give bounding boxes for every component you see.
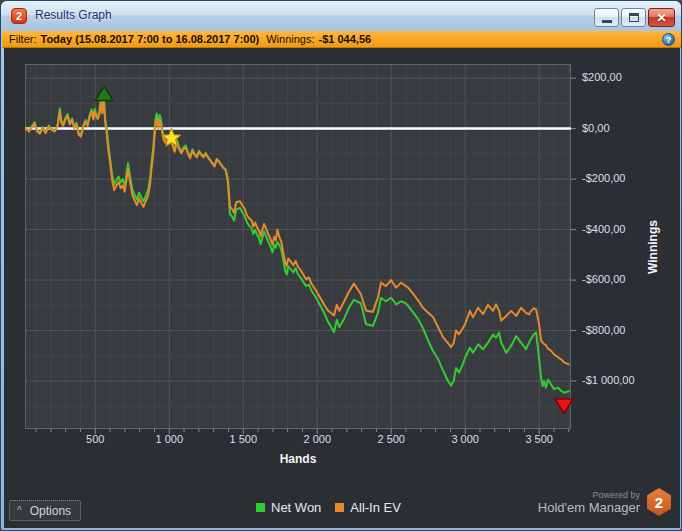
y-tick-label: -$400,00 [582, 223, 625, 235]
winnings-value: -$1 044,56 [319, 33, 372, 45]
holdem-manager-text: Hold'em Manager [538, 500, 640, 515]
x-tick-label: 2 000 [303, 433, 331, 445]
y-axis-tick-labels: $200,00$0,00-$200,00-$400,00-$600,00-$80… [579, 64, 651, 429]
hm2-app-icon: 2 [11, 8, 27, 24]
filter-label: Filter: [9, 33, 37, 45]
y-tick-label: -$200,00 [582, 172, 625, 184]
x-axis-title: Hands [25, 452, 571, 466]
legend-label-all-in-ev: All-In EV [350, 500, 401, 515]
help-icon[interactable]: ? [662, 33, 675, 46]
y-tick-label: $200,00 [582, 71, 622, 83]
x-tick-label: 2 500 [377, 433, 405, 445]
powered-by-text: Powered by [592, 490, 640, 500]
chart-legend: Net Won All-In EV [256, 500, 401, 515]
results-graph-canvas [25, 64, 577, 435]
minimize-button[interactable] [594, 8, 619, 27]
close-icon: ✕ [656, 12, 666, 24]
y-tick-label: -$1 000,00 [582, 374, 635, 386]
x-tick-label: 3 500 [525, 433, 553, 445]
window-title: Results Graph [35, 8, 112, 22]
x-axis-tick-labels: 5001 0001 5002 0002 5003 0003 500 [25, 433, 571, 449]
maximize-button[interactable] [621, 8, 646, 27]
powered-by-branding: Powered by Hold'em Manager 2 [538, 488, 672, 516]
x-tick-label: 500 [86, 433, 104, 445]
y-tick-label: -$600,00 [582, 273, 625, 285]
winnings-label: Winnings: [266, 33, 314, 45]
x-tick-label: 1 000 [156, 433, 184, 445]
results-graph-window: 2 Results Graph ✕ Filter: Today (15.08.2… [0, 0, 682, 531]
chart-panel: $200,00$0,00-$200,00-$400,00-$600,00-$80… [4, 48, 680, 528]
all-in-ev-swatch-icon [335, 503, 344, 512]
hm2-logo-icon: 2 [646, 488, 672, 516]
x-tick-label: 3 000 [451, 433, 479, 445]
y-axis-title: Winnings [642, 64, 664, 429]
filter-range: Today (15.08.2017 7:00 to 16.08.2017 7:0… [41, 33, 260, 45]
maximize-icon [629, 13, 639, 22]
net-won-swatch-icon [256, 503, 265, 512]
y-tick-label: -$800,00 [582, 324, 625, 336]
legend-label-net-won: Net Won [271, 500, 321, 515]
legend-item-all-in-ev: All-In EV [335, 500, 401, 515]
results-plot [25, 64, 577, 435]
filter-bar: Filter: Today (15.08.2017 7:00 to 16.08.… [2, 31, 682, 48]
legend-item-net-won: Net Won [256, 500, 321, 515]
close-button[interactable]: ✕ [648, 8, 675, 27]
title-bar[interactable]: 2 Results Graph ✕ [1, 1, 681, 31]
options-button-label: Options [30, 504, 71, 518]
x-tick-label: 1 500 [229, 433, 257, 445]
y-tick-label: $0,00 [582, 122, 610, 134]
chevron-up-icon: ^ [17, 505, 22, 516]
options-button[interactable]: ^ Options [9, 500, 81, 521]
minimize-icon [602, 20, 612, 23]
